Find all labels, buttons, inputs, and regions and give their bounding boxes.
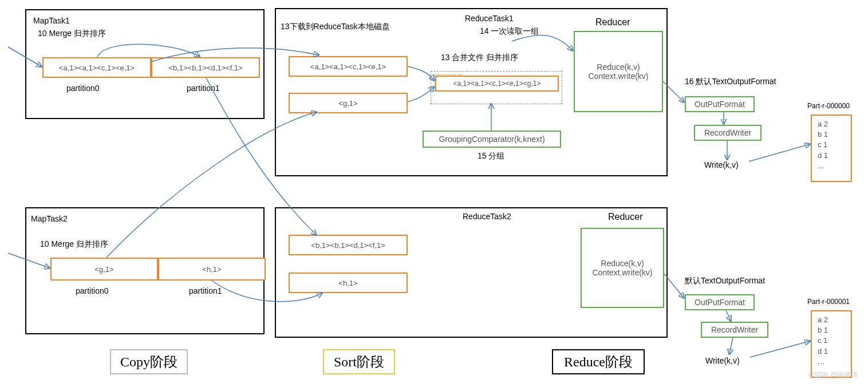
output2-rw: RecordWriter: [701, 322, 768, 338]
reducetask2-reducer-box: Reduce(k,v) Context.write(kv): [581, 228, 664, 308]
reducer1-line2: Context.write(kv): [588, 72, 648, 81]
svg-line-9: [729, 338, 733, 354]
maptask2-partition0: <g,1>: [50, 258, 158, 281]
reducetask2-cell1: <b,1><b,1><d,1><f,1>: [289, 235, 408, 255]
reducer2-line2: Context.write(kv): [592, 268, 652, 277]
output1-def-label: 16 默认TextOutputFormat: [685, 77, 776, 87]
maptask2-merge-label: 10 Merge 归并排序: [40, 239, 108, 250]
reducetask2-reducer-title: Reducer: [608, 212, 642, 222]
output2-def-label: 默认TextOutputFormat: [685, 276, 765, 286]
maptask1-partition1: <b,1><b,1><d,1><f,1>: [151, 57, 260, 78]
output2-file-box: a 2 b 1 c 1 d 1 …: [811, 310, 852, 378]
reducetask1-merged: <a,1><a,1><c,1><e,1><g,1>: [435, 76, 559, 92]
reducer1-line1: Reduce(k,v): [597, 62, 640, 72]
output1-file-box: a 2 b 1 c 1 d 1 …: [811, 114, 852, 182]
maptask2-p1-label: partition1: [189, 286, 222, 295]
file1-line: d 1: [818, 151, 828, 161]
output2-write: Write(k,v): [705, 356, 740, 365]
reducetask1-cell1: <a,1><a,1><c,1><e,1>: [289, 56, 408, 77]
file2-line: a 2: [818, 315, 828, 325]
file2-line: …: [818, 357, 828, 367]
reducetask1-merge-label: 13 合并文件 归并排序: [441, 53, 518, 63]
copy-phase-tag: Copy阶段: [110, 349, 188, 374]
reducetask1-cell2: <g,1>: [289, 93, 408, 113]
maptask1-p0-label: partition0: [66, 84, 100, 93]
svg-line-8: [726, 310, 731, 321]
reducetask2-cell2: <h,1>: [289, 273, 408, 293]
file2-line: c 1: [818, 335, 828, 346]
maptask2-title: MapTask2: [31, 214, 68, 223]
reducetask1-download-label: 13下载到ReduceTask本地磁盘: [281, 22, 390, 32]
file1-line: …: [818, 161, 828, 171]
watermark: CSDN @喻师傅: [808, 370, 858, 380]
file1-line: a 2: [818, 119, 828, 129]
maptask1-p1-label: partition1: [187, 84, 220, 93]
file1-line: b 1: [818, 129, 828, 140]
output2-opf: OutPutFormat: [685, 294, 755, 310]
diagram-root: MapTask1 10 Merge 归并排序 <a,1><a,1><c,1><e…: [0, 0, 868, 387]
grouping-comparator-box: GroupingComparator(k,knext): [423, 131, 561, 148]
file1-line: c 1: [818, 140, 828, 150]
output1-file-lines: a 2 b 1 c 1 d 1 …: [812, 116, 828, 171]
group-label: 15 分组: [478, 151, 504, 161]
file2-line: b 1: [818, 325, 828, 335]
reducetask1-reducer-title: Reducer: [595, 17, 630, 27]
reducetask1-reducer-box: Reduce(k,v) Context.write(kv): [574, 31, 663, 112]
output2-file-lines: a 2 b 1 c 1 d 1 …: [812, 311, 828, 367]
reducetask1-read-label: 14 一次读取一组: [480, 26, 539, 37]
reducer2-line1: Reduce(k,v): [601, 259, 644, 268]
output2-file-title: Part-r-000001: [807, 298, 850, 306]
svg-line-6: [749, 144, 810, 161]
sort-phase-tag: Sort阶段: [323, 349, 395, 374]
reduce-phase-tag: Reduce阶段: [552, 349, 645, 374]
reducetask2-title: ReduceTask2: [463, 212, 511, 221]
maptask1-merge-label: 10 Merge 归并排序: [38, 29, 106, 39]
reducetask1-title: ReduceTask1: [465, 14, 514, 23]
maptask2-p0-label: partition0: [76, 286, 109, 295]
output1-rw: RecordWriter: [694, 125, 762, 141]
file2-line: d 1: [818, 346, 828, 357]
maptask1-partition0: <a,1><a,1><c,1><e,1>: [42, 57, 151, 78]
output1-file-title: Part-r-000000: [807, 102, 850, 110]
maptask2-partition1: <h,1>: [158, 258, 266, 281]
output1-write: Write(k,v): [704, 160, 739, 169]
maptask1-title: MapTask1: [33, 16, 70, 25]
output1-opf: OutPutFormat: [685, 96, 755, 112]
svg-line-10: [750, 341, 810, 357]
